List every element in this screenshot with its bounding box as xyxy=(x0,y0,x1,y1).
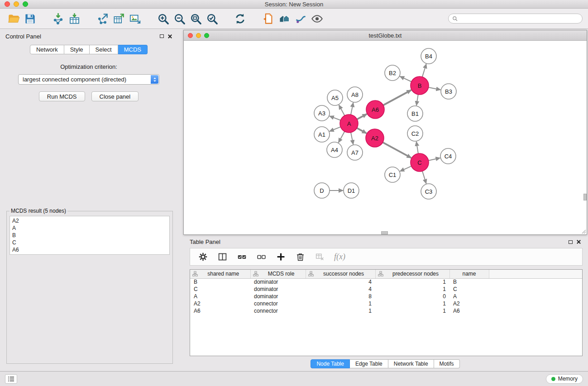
edge-C-C3[interactable] xyxy=(422,171,426,184)
style-button[interactable] xyxy=(292,10,309,27)
refresh-layout-button[interactable] xyxy=(232,10,248,27)
export-network-button[interactable] xyxy=(94,10,110,27)
network-minimize-icon[interactable] xyxy=(196,33,201,38)
node-A2[interactable]: A2 xyxy=(366,129,384,147)
tab-select[interactable]: Select xyxy=(90,45,118,54)
result-item[interactable]: A2 xyxy=(12,217,167,224)
column-header-successor-nodes[interactable]: successor nodes xyxy=(306,270,375,278)
node-C[interactable]: C xyxy=(411,153,429,172)
edge-B-B3[interactable] xyxy=(429,87,441,90)
node-C3[interactable]: C3 xyxy=(421,184,436,199)
edge-B-B4[interactable] xyxy=(422,64,426,77)
close-window-icon[interactable] xyxy=(5,1,10,7)
table-row[interactable]: A2connector11A2 xyxy=(190,300,582,307)
resize-grip-icon[interactable] xyxy=(581,229,586,234)
node-D1[interactable]: D1 xyxy=(344,183,359,198)
maximize-window-icon[interactable] xyxy=(23,1,28,7)
show-hide-button[interactable] xyxy=(309,10,325,27)
run-mcds-button[interactable]: Run MCDS xyxy=(39,91,85,101)
deselect-all-button[interactable] xyxy=(255,251,267,263)
edge-A-A6[interactable] xyxy=(357,114,367,119)
node-A5[interactable]: A5 xyxy=(327,90,343,105)
table-row[interactable]: Cdominator41C xyxy=(190,286,582,293)
tab-network[interactable]: Network xyxy=(30,45,64,54)
zoom-selected-button[interactable] xyxy=(204,10,220,27)
edge-A-A7[interactable] xyxy=(351,133,353,145)
table-row[interactable]: Adominator80A xyxy=(190,293,582,300)
result-item[interactable]: B xyxy=(12,232,167,239)
table-row[interactable]: A6connector11A6 xyxy=(190,307,582,315)
search-box[interactable] xyxy=(448,14,583,24)
panel-splitter[interactable] xyxy=(177,29,183,371)
select-all-button[interactable] xyxy=(236,251,248,263)
home-button[interactable] xyxy=(276,10,292,27)
edge-A2-C[interactable] xyxy=(383,143,411,158)
close-panel-action-button[interactable]: Close panel xyxy=(91,91,139,101)
node-C4[interactable]: C4 xyxy=(440,148,456,164)
import-table-button[interactable] xyxy=(66,10,82,27)
node-D[interactable]: D xyxy=(314,183,330,198)
edge-C-C2[interactable] xyxy=(416,142,418,153)
edge-A-A2[interactable] xyxy=(357,128,366,133)
edge-A-A1[interactable] xyxy=(330,127,341,131)
tab-edge-table[interactable]: Edge Table xyxy=(350,359,388,368)
edge-A-A5[interactable] xyxy=(339,105,345,116)
node-A4[interactable]: A4 xyxy=(327,142,342,157)
node-B[interactable]: B xyxy=(411,76,429,95)
function-builder-button[interactable]: f(x) xyxy=(333,252,346,262)
edge-A6-B[interactable] xyxy=(383,90,411,105)
node-A6[interactable]: A6 xyxy=(366,100,384,119)
node-B4[interactable]: B4 xyxy=(421,48,436,64)
open-session-button[interactable] xyxy=(5,10,22,27)
node-C1[interactable]: C1 xyxy=(385,167,400,182)
network-canvas[interactable]: B4B2BB3A8A5A6A3B1AC2A1A2A4A7C4CC1C3DD1 xyxy=(184,41,587,234)
node-B3[interactable]: B3 xyxy=(441,84,456,99)
table-row[interactable]: Bdominator41B xyxy=(190,278,582,286)
node-A[interactable]: A xyxy=(340,114,358,133)
search-input[interactable] xyxy=(460,15,578,22)
node-A8[interactable]: A8 xyxy=(347,87,363,102)
edge-C-C4[interactable] xyxy=(429,158,440,161)
edge-C-C1[interactable] xyxy=(400,166,411,171)
zoom-in-button[interactable] xyxy=(155,10,171,27)
task-history-button[interactable] xyxy=(5,374,17,384)
network-maximize-icon[interactable] xyxy=(204,33,209,38)
edge-A-A3[interactable] xyxy=(330,116,341,120)
export-image-button[interactable] xyxy=(127,10,143,27)
node-A7[interactable]: A7 xyxy=(347,145,363,160)
criterion-dropdown[interactable]: largest connected component (directed) xyxy=(18,74,159,85)
save-session-button[interactable] xyxy=(22,10,38,27)
node-C2[interactable]: C2 xyxy=(407,126,423,141)
tab-motifs[interactable]: Motifs xyxy=(434,359,460,368)
column-header-name[interactable]: name xyxy=(449,270,489,278)
minimize-window-icon[interactable] xyxy=(14,1,19,7)
network-close-icon[interactable] xyxy=(188,33,193,38)
edge-A-A8[interactable] xyxy=(351,103,353,115)
tab-mcds[interactable]: MCDS xyxy=(118,45,148,54)
node-A1[interactable]: A1 xyxy=(314,127,330,142)
table-settings-button[interactable] xyxy=(197,251,209,263)
tab-style[interactable]: Style xyxy=(64,45,90,54)
memory-button[interactable]: Memory xyxy=(546,374,583,384)
zoom-out-button[interactable] xyxy=(171,10,187,27)
export-table-button[interactable] xyxy=(110,10,127,27)
table-float-button[interactable] xyxy=(566,238,574,246)
result-item[interactable]: C xyxy=(12,239,167,246)
result-item[interactable]: A6 xyxy=(12,246,167,253)
mcds-result-list[interactable]: A2ABCA6 xyxy=(10,216,170,255)
import-network-button[interactable] xyxy=(50,10,66,27)
node-A3[interactable]: A3 xyxy=(314,105,330,121)
table-close-button[interactable] xyxy=(574,238,583,246)
column-header-mcds-role[interactable]: MCDS role xyxy=(250,270,306,278)
add-column-button[interactable] xyxy=(275,251,287,263)
node-B2[interactable]: B2 xyxy=(385,65,400,81)
close-panel-button[interactable] xyxy=(166,33,174,40)
delete-table-button[interactable] xyxy=(314,251,325,263)
tab-network-table[interactable]: Network Table xyxy=(388,359,434,368)
column-header-predecessor-nodes[interactable]: predecessor nodes xyxy=(375,270,449,278)
float-panel-button[interactable] xyxy=(158,33,166,40)
delete-column-button[interactable] xyxy=(294,251,306,263)
edge-A-A4[interactable] xyxy=(339,132,345,143)
show-columns-button[interactable] xyxy=(216,251,228,263)
node-B1[interactable]: B1 xyxy=(407,106,423,121)
